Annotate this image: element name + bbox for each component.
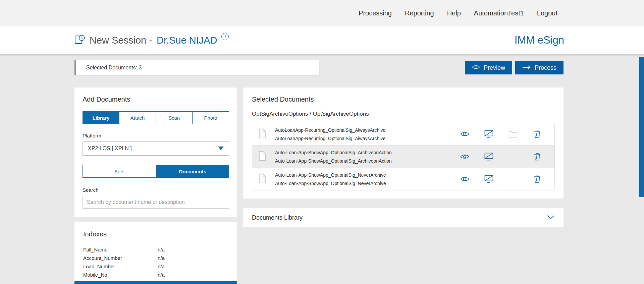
selected-documents-title: Selected Documents <box>252 96 555 103</box>
document-row: Auto-Loan-App-ShowApp_OptionalSig_NeverA… <box>252 168 555 190</box>
search-input[interactable] <box>83 196 229 209</box>
index-value: n/a <box>158 264 165 269</box>
index-label: Account_Number <box>83 255 158 261</box>
scrollbar-thumb[interactable] <box>639 57 644 197</box>
selected-documents-panel: Selected Documents OptSigArchiveOptions … <box>243 88 564 198</box>
folder-icon[interactable] <box>501 130 525 138</box>
nav-reporting[interactable]: Reporting <box>405 9 434 17</box>
tab-attach[interactable]: Attach <box>119 112 156 124</box>
sets-documents-toggle: Sets Documents <box>83 165 229 178</box>
trash-icon[interactable] <box>525 175 549 183</box>
document-name: Auto-Loan-App-ShowApp_OptionalSig_NeverA… <box>275 172 452 178</box>
nav-user-account[interactable]: AutomationTest1 <box>474 9 524 17</box>
index-label: Mobile_No <box>83 272 158 278</box>
selected-documents-count-label: Selected Documents: 3 <box>86 65 142 71</box>
index-row: Loan_Number n/a <box>83 262 228 271</box>
index-label: Full_Name <box>83 247 158 252</box>
document-row: Auto-Loan-App-ShowApp_OptionalSig_Archiv… <box>252 145 555 168</box>
page-title: New Session - <box>90 35 152 46</box>
nav-logout[interactable]: Logout <box>537 9 557 17</box>
indexes-title: Indexes <box>83 230 228 238</box>
add-documents-panel: Add Documents Library Attach Scan Photo … <box>74 88 237 217</box>
document-description: Auto-Loan-App-ShowApp_OptionalSig_NeverA… <box>275 181 452 186</box>
index-row-selected[interactable]: Account_Number n/a <box>74 281 237 284</box>
platform-label: Platform <box>83 133 229 139</box>
indexes-panel: Indexes Full_Name n/a Account_Number n/a… <box>74 222 237 284</box>
search-label: Search <box>83 187 229 193</box>
selected-documents-list: AutoLoanApp-Recurring_OptionalSig_Always… <box>252 123 555 190</box>
index-value: n/a <box>158 272 165 278</box>
documents-button[interactable]: Documents <box>156 165 229 178</box>
page-header: New Session - Dr.Sue NIJAD i IMM eSign <box>0 26 644 54</box>
monitor-icon[interactable] <box>477 153 501 161</box>
tab-photo[interactable]: Photo <box>192 112 229 124</box>
platform-select-value: XP2 LOS [ XPLN ] <box>88 146 132 152</box>
document-icon <box>258 173 266 185</box>
new-session-icon <box>74 34 85 46</box>
dropdown-caret-icon <box>218 146 224 152</box>
preview-document-icon[interactable] <box>452 130 477 138</box>
eye-icon <box>472 64 480 71</box>
index-row: Mobile_No n/a <box>83 271 228 279</box>
indexes-list: Full_Name n/a Account_Number n/a Loan_Nu… <box>83 245 228 284</box>
preview-document-icon[interactable] <box>452 153 477 161</box>
platform-select[interactable]: XP2 LOS [ XPLN ] <box>83 141 229 156</box>
preview-button-label: Preview <box>484 64 505 71</box>
document-set-breadcrumb: OptSigArchiveOptions / OptSigArchiveOpti… <box>252 111 555 117</box>
index-label: Loan_Number <box>83 264 158 269</box>
document-name: AutoLoanApp-Recurring_OptionalSig_Always… <box>275 127 452 133</box>
process-button-label: Process <box>535 64 556 71</box>
brand-logo: IMM eSign <box>515 34 564 46</box>
trash-icon[interactable] <box>525 153 549 161</box>
trash-icon[interactable] <box>525 130 549 138</box>
index-value: n/a <box>158 247 165 252</box>
document-icon <box>258 151 266 162</box>
index-row: Account_Number n/a <box>83 254 228 262</box>
tab-library[interactable]: Library <box>83 112 119 124</box>
preview-document-icon[interactable] <box>452 175 477 183</box>
add-documents-tabs: Library Attach Scan Photo <box>83 111 229 124</box>
process-button[interactable]: Process <box>515 61 564 74</box>
index-row: Full_Name n/a <box>83 245 228 254</box>
main-content: Selected Documents: 3 Preview Process Ad… <box>0 54 644 284</box>
document-row: AutoLoanApp-Recurring_OptionalSig_Always… <box>252 123 555 146</box>
monitor-icon[interactable] <box>477 175 501 183</box>
nav-help[interactable]: Help <box>447 9 461 17</box>
documents-library-title: Documents Library <box>252 214 303 221</box>
document-name: Auto-Loan-App-ShowApp_OptionalSig_Archiv… <box>275 150 452 155</box>
index-value: n/a <box>158 255 165 261</box>
monitor-icon[interactable] <box>477 130 501 138</box>
documents-library-header[interactable]: Documents Library <box>243 208 564 227</box>
session-user-link[interactable]: Dr.Sue NIJAD <box>157 35 217 46</box>
document-icon <box>258 128 266 140</box>
top-nav: Processing Reporting Help AutomationTest… <box>0 0 644 26</box>
document-description: AutoLoanApp-Recurring_OptionalSig_Always… <box>275 136 452 141</box>
preview-button[interactable]: Preview <box>465 61 512 74</box>
add-documents-title: Add Documents <box>83 96 229 103</box>
selected-documents-count-bar: Selected Documents: 3 <box>74 60 319 75</box>
sets-button[interactable]: Sets <box>83 165 156 178</box>
info-icon[interactable]: i <box>221 33 229 40</box>
nav-processing[interactable]: Processing <box>359 9 392 17</box>
tab-scan[interactable]: Scan <box>156 112 192 124</box>
chevron-down-icon <box>547 215 555 221</box>
document-description: Auto-Loan-App-ShowApp_OptionalSig_Archiv… <box>275 158 452 164</box>
arrow-right-icon <box>522 64 531 71</box>
